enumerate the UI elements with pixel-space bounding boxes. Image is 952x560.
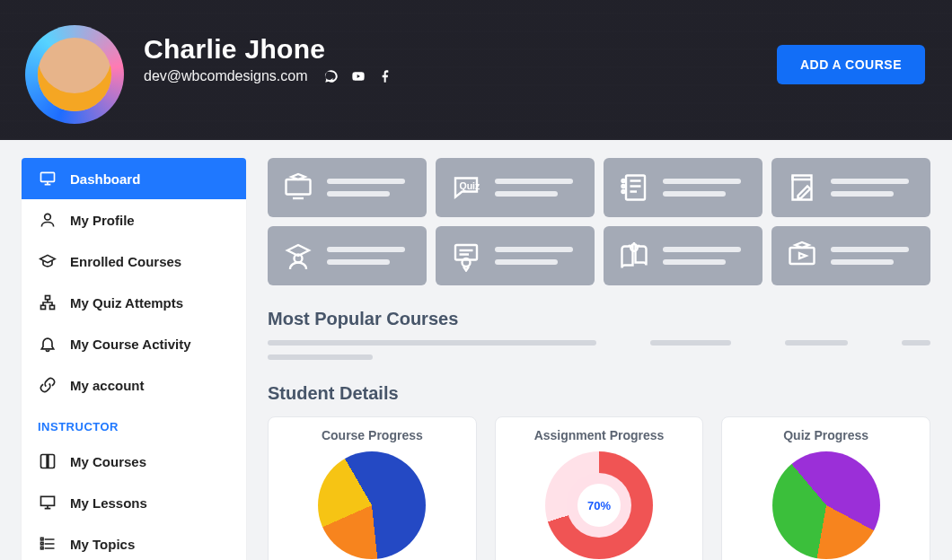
stat-tiles: Quiz xyxy=(268,158,930,285)
card-title: Course Progress xyxy=(322,428,423,442)
sidebar-item-quiz[interactable]: My Quiz Attempts xyxy=(22,282,246,323)
monitor-grad-icon xyxy=(280,170,316,206)
list-icon xyxy=(38,534,57,554)
sidebar-item-account[interactable]: My account xyxy=(22,364,246,406)
student-detail-cards: Course Progress Assignment Progress 70% … xyxy=(268,416,930,560)
svg-rect-4 xyxy=(50,305,55,309)
svg-text:Quiz: Quiz xyxy=(460,180,480,191)
svg-point-18 xyxy=(630,244,638,251)
section-popular-title: Most Popular Courses xyxy=(268,309,930,329)
assignment-progress-chart: 70% xyxy=(545,451,653,559)
sidebar-item-label: My Quiz Attempts xyxy=(70,295,183,311)
clipboard-icon xyxy=(616,170,652,206)
svg-point-13 xyxy=(622,185,625,188)
note-pencil-icon xyxy=(784,170,820,206)
user-email: dev@wbcomdesigns.com xyxy=(144,68,308,84)
avatar[interactable] xyxy=(25,25,124,124)
sidebar-item-label: My Profile xyxy=(70,213,135,228)
stat-tile[interactable] xyxy=(771,226,930,285)
svg-point-1 xyxy=(45,214,51,220)
stat-tile[interactable] xyxy=(436,226,595,285)
main-content: Quiz xyxy=(268,158,952,560)
whatsapp-icon[interactable] xyxy=(324,69,339,83)
user-name: Charlie Jhone xyxy=(144,34,392,65)
svg-rect-19 xyxy=(790,248,815,264)
sidebar: Dashboard My Profile Enrolled Courses My… xyxy=(22,158,246,560)
svg-point-14 xyxy=(622,190,625,193)
popular-courses-skeleton xyxy=(268,340,930,360)
bell-icon xyxy=(38,334,57,354)
svg-point-12 xyxy=(622,179,625,182)
section-student-title: Student Details xyxy=(268,383,930,404)
svg-rect-8 xyxy=(41,547,44,549)
stat-tile[interactable] xyxy=(604,226,762,285)
sidebar-item-label: My Courses xyxy=(70,454,146,469)
course-progress-chart xyxy=(318,451,426,559)
sidebar-item-profile[interactable]: My Profile xyxy=(22,199,246,241)
svg-rect-2 xyxy=(46,296,50,300)
card-assignment-progress: Assignment Progress 70% On Progress 70% xyxy=(495,416,704,560)
sidebar-item-label: My account xyxy=(70,378,145,393)
book-icon xyxy=(38,451,57,471)
user-block: Charlie Jhone dev@wbcomdesigns.com xyxy=(144,25,392,84)
user-icon xyxy=(38,210,57,230)
sidebar-section-instructor: INSTRUCTOR xyxy=(22,406,246,441)
sidebar-item-enrolled[interactable]: Enrolled Courses xyxy=(22,241,246,282)
card-title: Assignment Progress xyxy=(534,428,665,442)
add-course-button[interactable]: ADD A COURSE xyxy=(777,45,925,84)
video-course-icon xyxy=(784,238,820,274)
sidebar-item-label: Enrolled Courses xyxy=(70,254,181,269)
card-title: Quiz Progress xyxy=(783,428,868,442)
stat-tile[interactable] xyxy=(604,158,762,217)
card-course-progress: Course Progress xyxy=(268,416,477,560)
svg-rect-7 xyxy=(41,542,44,545)
certificate-icon xyxy=(448,238,484,274)
stat-tile[interactable] xyxy=(268,226,427,285)
sidebar-item-label: Dashboard xyxy=(70,171,140,187)
stat-tile[interactable] xyxy=(771,158,930,217)
link-icon xyxy=(38,375,57,395)
sidebar-item-my-topics[interactable]: My Topics xyxy=(22,523,246,560)
stat-tile[interactable] xyxy=(268,158,427,217)
svg-rect-5 xyxy=(41,496,55,505)
svg-rect-6 xyxy=(41,538,44,540)
sidebar-item-my-courses[interactable]: My Courses xyxy=(22,441,246,482)
tree-icon xyxy=(38,293,57,312)
sidebar-item-activity[interactable]: My Course Activity xyxy=(22,323,246,364)
sidebar-item-label: My Topics xyxy=(70,537,135,552)
facebook-icon[interactable] xyxy=(378,69,392,83)
stat-tile[interactable]: Quiz xyxy=(436,158,595,217)
sidebar-item-dashboard[interactable]: Dashboard xyxy=(22,158,246,199)
youtube-icon[interactable] xyxy=(351,69,366,83)
gradcap-icon xyxy=(38,251,57,271)
donut-center-label: 70% xyxy=(587,499,611,512)
profile-header: Charlie Jhone dev@wbcomdesigns.com ADD A… xyxy=(0,0,952,140)
svg-rect-3 xyxy=(41,305,46,309)
quiz-progress-chart xyxy=(772,451,880,559)
sidebar-item-label: My Course Activity xyxy=(70,337,190,352)
monitor-icon xyxy=(38,169,57,188)
card-quiz-progress: Quiz Progress xyxy=(721,416,930,560)
sidebar-item-label: My Lessons xyxy=(70,495,147,511)
idea-book-icon xyxy=(616,238,652,274)
svg-rect-11 xyxy=(626,176,645,200)
student-icon xyxy=(280,238,316,274)
sidebar-item-my-lessons[interactable]: My Lessons xyxy=(22,482,246,523)
board-icon xyxy=(38,493,57,512)
svg-rect-9 xyxy=(286,179,311,195)
svg-rect-0 xyxy=(41,172,55,181)
quiz-bubble-icon: Quiz xyxy=(448,170,484,206)
